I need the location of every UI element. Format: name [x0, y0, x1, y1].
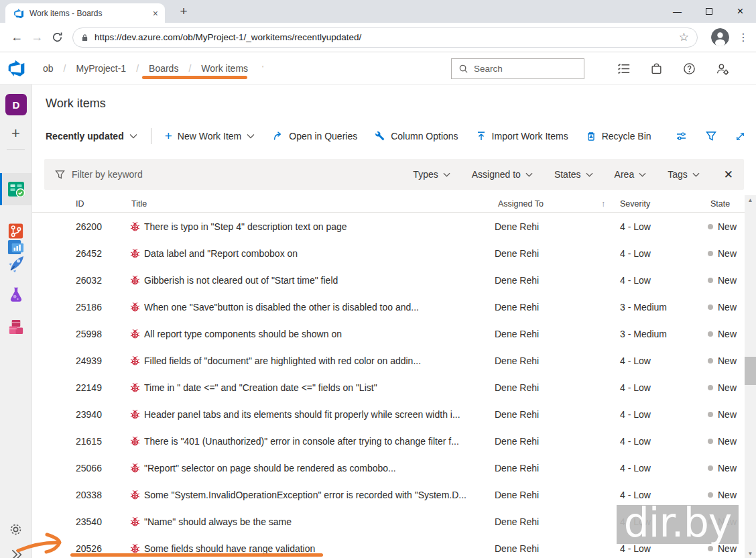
- browser-menu-icon[interactable]: ⋮: [737, 31, 749, 44]
- table-row[interactable]: 24939 Filled fields of "document" are hi…: [32, 347, 745, 374]
- window-maximize-button[interactable]: [693, 0, 724, 23]
- column-header-id[interactable]: ID: [76, 199, 84, 209]
- annotation-row-underline: [70, 553, 323, 557]
- work-item-id[interactable]: 20338: [76, 490, 102, 500]
- open-in-queries-button[interactable]: Open in Queries: [272, 131, 357, 142]
- recycle-bin-button[interactable]: Recycle Bin: [586, 131, 651, 142]
- sidebar-item-pipelines[interactable]: [0, 249, 32, 276]
- work-item-title[interactable]: All report type components should be sho…: [144, 329, 342, 339]
- window-close-button[interactable]: ×: [724, 0, 756, 23]
- work-item-title[interactable]: Gibberish is not cleared out of "Start t…: [144, 275, 338, 286]
- user-settings-icon[interactable]: [716, 62, 729, 75]
- breadcrumb-project[interactable]: MyProject-1: [76, 63, 126, 74]
- column-header-severity[interactable]: Severity: [620, 199, 650, 209]
- url-text[interactable]: https://dev.azure.com/ob/MyProject-1/_wo…: [94, 32, 673, 42]
- work-item-title[interactable]: Header panel tabs and its elements shoul…: [144, 409, 460, 420]
- sidebar-item-artifacts[interactable]: [0, 313, 32, 340]
- state-label: New: [718, 221, 737, 232]
- browser-tab[interactable]: Work items - Boards ×: [5, 3, 165, 23]
- add-project-item-button[interactable]: +: [0, 122, 32, 145]
- back-button[interactable]: ←: [7, 30, 27, 44]
- work-item-title[interactable]: Some "System.InvalidOperationException" …: [144, 490, 466, 500]
- project-avatar[interactable]: D: [5, 94, 27, 115]
- work-item-title[interactable]: There is "401 (Unauthorized)" error in c…: [144, 436, 459, 447]
- sidebar-item-test-plans[interactable]: [0, 281, 32, 308]
- open-in-queries-label: Open in Queries: [289, 131, 357, 142]
- work-item-id[interactable]: 23540: [76, 516, 102, 527]
- view-selector[interactable]: Recently updated: [46, 131, 137, 142]
- column-header-assigned-to[interactable]: Assigned To: [498, 199, 544, 209]
- table-row[interactable]: 26452 Data label and "Report combobox on…: [32, 240, 745, 267]
- work-item-id[interactable]: 26452: [76, 248, 102, 259]
- close-filter-icon[interactable]: ✕: [724, 168, 733, 182]
- work-item-id[interactable]: 21615: [76, 436, 102, 447]
- work-item-id[interactable]: 22149: [76, 382, 102, 393]
- work-item-title[interactable]: There is typo in "Step 4" description te…: [144, 221, 347, 232]
- window-minimize-button[interactable]: —: [662, 0, 693, 23]
- scroll-up-icon[interactable]: ▲: [745, 197, 756, 203]
- task-list-icon[interactable]: [617, 62, 630, 75]
- state-dot-icon: [708, 278, 713, 283]
- help-icon[interactable]: [683, 62, 696, 75]
- import-work-items-button[interactable]: Import Work Items: [476, 131, 568, 142]
- tab-close-icon[interactable]: ×: [153, 9, 158, 18]
- work-item-title[interactable]: When one "Save"button is disabled the ot…: [144, 302, 419, 313]
- table-row[interactable]: 26200 There is typo in "Step 4" descript…: [32, 213, 745, 240]
- table-row[interactable]: 25066 "Report" selector on page should b…: [32, 455, 745, 482]
- boards-icon: [7, 180, 25, 199]
- filter-tags-dropdown[interactable]: Tags: [668, 169, 700, 180]
- work-item-id[interactable]: 25066: [76, 463, 102, 473]
- work-item-title[interactable]: "Name" should always be the same: [144, 516, 292, 527]
- filter-states-dropdown[interactable]: States: [554, 169, 593, 180]
- column-header-state[interactable]: State: [710, 199, 730, 209]
- fullscreen-icon[interactable]: [735, 131, 745, 142]
- global-search-box[interactable]: [451, 58, 584, 79]
- breadcrumb-page-workitems[interactable]: Work items: [201, 63, 248, 74]
- marketplace-bag-icon[interactable]: [650, 62, 663, 75]
- global-search-input[interactable]: [474, 64, 554, 74]
- keyword-filter-input[interactable]: [72, 169, 219, 180]
- filter-area-dropdown[interactable]: Area: [615, 169, 647, 180]
- vertical-scrollbar[interactable]: ▲ ▼: [745, 195, 756, 558]
- sidebar-item-boards[interactable]: [0, 173, 32, 205]
- reload-button[interactable]: [47, 32, 67, 43]
- work-item-id[interactable]: 24939: [76, 355, 102, 366]
- work-item-title[interactable]: Filled fields of "document" are highligh…: [144, 355, 421, 366]
- new-work-item-button[interactable]: + New Work Item: [165, 131, 255, 142]
- view-options-sliders-icon[interactable]: [676, 131, 687, 142]
- work-item-title[interactable]: "Report" selector on page should be rend…: [144, 463, 396, 473]
- work-item-title[interactable]: Some fields should have range validation: [144, 543, 315, 554]
- table-row[interactable]: 25186 When one "Save"button is disabled …: [32, 294, 745, 321]
- work-item-id[interactable]: 25998: [76, 329, 102, 339]
- browser-profile-avatar[interactable]: [711, 28, 729, 46]
- work-item-id[interactable]: 26032: [76, 275, 102, 286]
- bookmark-star-icon[interactable]: ☆: [679, 30, 689, 44]
- work-item-title[interactable]: Data label and "Report combobox on: [144, 248, 298, 259]
- filter-toggle-icon[interactable]: [706, 131, 716, 142]
- scrollbar-thumb[interactable]: [745, 357, 756, 385]
- address-bar[interactable]: https://dev.azure.com/ob/MyProject-1/_wo…: [72, 27, 698, 48]
- forward-button[interactable]: →: [27, 30, 47, 44]
- sidebar-item-repos[interactable]: [0, 217, 32, 244]
- column-options-button[interactable]: Column Options: [375, 131, 458, 142]
- azure-devops-logo[interactable]: [7, 59, 25, 77]
- table-row[interactable]: 23940 Header panel tabs and its elements…: [32, 401, 745, 428]
- filter-types-dropdown[interactable]: Types: [413, 169, 450, 180]
- breadcrumb-org[interactable]: ob: [43, 63, 54, 74]
- filter-assigned-to-dropdown[interactable]: Assigned to: [472, 169, 533, 180]
- breadcrumb-hub-boards[interactable]: Boards: [149, 63, 178, 74]
- table-row[interactable]: 22149 Time in " date <=" and "Creation d…: [32, 374, 745, 401]
- work-item-id[interactable]: 26200: [76, 221, 102, 232]
- azure-devops-topnav: ob / MyProject-1 / Boards / Work items ': [0, 52, 756, 85]
- new-tab-button[interactable]: +: [174, 2, 193, 21]
- column-header-title[interactable]: Title: [131, 199, 147, 209]
- work-item-id[interactable]: 23940: [76, 409, 102, 420]
- work-item-title[interactable]: Time in " date <=" and "Creation date <=…: [144, 382, 377, 393]
- table-row[interactable]: 21615 There is "401 (Unauthorized)" erro…: [32, 428, 745, 455]
- work-item-id[interactable]: 20526: [76, 543, 102, 554]
- scroll-down-icon[interactable]: ▼: [745, 551, 756, 557]
- state: New: [708, 409, 737, 420]
- table-row[interactable]: 26032 Gibberish is not cleared out of "S…: [32, 267, 745, 294]
- work-item-id[interactable]: 25186: [76, 302, 102, 313]
- table-row[interactable]: 25998 All report type components should …: [32, 321, 745, 347]
